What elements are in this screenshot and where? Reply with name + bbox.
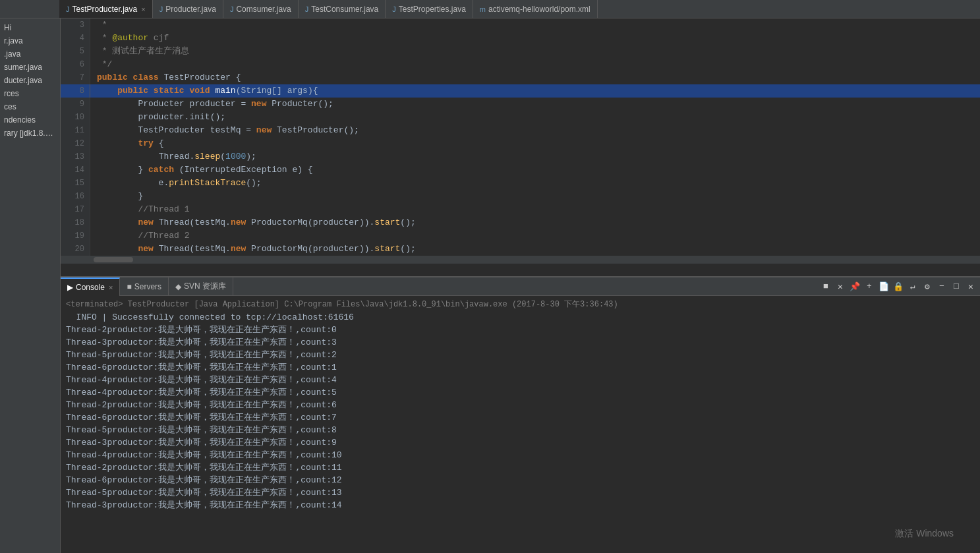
line-number: 17 xyxy=(61,203,90,216)
tab-comsumer[interactable]: J Comsumer.java xyxy=(223,0,299,18)
tab-servers[interactable]: ■ Servers xyxy=(120,277,169,296)
tab-label: TestProperties.java xyxy=(399,5,466,14)
tab-close-button[interactable]: × xyxy=(141,5,145,13)
sidebar-item-2[interactable]: .java xyxy=(0,47,60,61)
line-number: 13 xyxy=(61,150,90,163)
tab-testproducter[interactable]: J TestProducter.java × xyxy=(59,0,153,18)
sidebar-item-8[interactable]: rary [jdk1.8.0_9 xyxy=(0,127,60,140)
panel-close-button[interactable]: ✕ xyxy=(964,280,977,293)
java-icon: J xyxy=(392,5,396,13)
java-icon: J xyxy=(66,5,70,13)
new-console-button[interactable]: + xyxy=(863,280,876,293)
scroll-lock-button[interactable]: 🔒 xyxy=(892,280,905,293)
code-line-6: 6 */ xyxy=(61,58,980,71)
line-content: new Thread(testMq.new ProductorMq(produc… xyxy=(90,243,980,256)
tab-producter[interactable]: J Producter.java xyxy=(153,0,223,18)
servers-icon: ■ xyxy=(127,282,131,291)
tab-testproperties[interactable]: J TestProperties.java xyxy=(386,0,473,18)
java-icon: J xyxy=(305,5,309,13)
code-line-13: 13 Thread.sleep(1000); xyxy=(61,150,980,163)
maximize-button[interactable]: □ xyxy=(950,280,963,293)
console-line-2: Thread-5productor:我是大帅哥，我现在正在生产东西！,count… xyxy=(66,349,975,361)
open-file-button[interactable]: 📄 xyxy=(877,280,890,293)
code-line-16: 16 } xyxy=(61,190,980,203)
h-scrollbar[interactable] xyxy=(61,256,980,264)
code-line-17: 17 //Thread 1 xyxy=(61,203,980,216)
sidebar-item-1[interactable]: r.java xyxy=(0,34,60,47)
line-number: 5 xyxy=(61,45,90,58)
line-content: public static void main(String[] args){ xyxy=(90,84,980,98)
line-content: * @author cjf xyxy=(90,32,980,45)
console-line-5: Thread-4productor:我是大帅哥，我现在正在生产东西！,count… xyxy=(66,386,975,399)
line-content: //Thread 1 xyxy=(90,203,980,216)
console-line-8: Thread-5productor:我是大帅哥，我现在正在生产东西！,count… xyxy=(66,424,975,436)
sidebar-item-6[interactable]: ces xyxy=(0,100,60,113)
panel-tab-label: Servers xyxy=(134,282,161,291)
svn-icon: ◆ xyxy=(175,282,181,291)
console-line-0: Thread-2productor:我是大帅哥，我现在正在生产东西！,count… xyxy=(66,324,975,336)
tab-label: TestProducter.java xyxy=(72,5,138,14)
line-number: 20 xyxy=(61,243,90,256)
code-line-7: 7 public class TestProducter { xyxy=(61,71,980,84)
tab-pom[interactable]: m activemq-helloworld/pom.xml xyxy=(473,0,598,18)
java-icon: J xyxy=(230,5,234,13)
console-line-info: INFO | Successfully connected to tcp://l… xyxy=(66,311,975,324)
line-number: 7 xyxy=(61,71,90,84)
line-number: 16 xyxy=(61,190,90,203)
console-line-6: Thread-2productor:我是大帅哥，我现在正在生产东西！,count… xyxy=(66,399,975,411)
line-number: 6 xyxy=(61,58,90,71)
remove-button[interactable]: ✕ xyxy=(834,280,847,293)
pin-button[interactable]: 📌 xyxy=(848,280,861,293)
sidebar-item-7[interactable]: ndencies xyxy=(0,113,60,127)
tab-label: activemq-helloworld/pom.xml xyxy=(488,5,591,14)
line-number: 3 xyxy=(61,18,90,32)
code-line-8: 8 public static void main(String[] args)… xyxy=(61,84,980,98)
line-number: 9 xyxy=(61,98,90,111)
line-content: } xyxy=(90,190,980,203)
word-wrap-button[interactable]: ↵ xyxy=(906,280,919,293)
console-tab-close[interactable]: × xyxy=(109,283,113,291)
minimize-button[interactable]: − xyxy=(935,280,948,293)
line-content: //Thread 2 xyxy=(90,229,980,243)
line-number: 4 xyxy=(61,32,90,45)
code-line-11: 11 TestProducter testMq = new TestProduc… xyxy=(61,124,980,137)
code-line-20: 20 new Thread(testMq.new ProductorMq(pro… xyxy=(61,243,980,256)
tab-svn[interactable]: ◆ SVN 资源库 xyxy=(169,277,233,296)
code-line-9: 9 Producter producter = new Producter(); xyxy=(61,98,980,111)
sidebar-item-3[interactable]: sumer.java xyxy=(0,61,60,74)
tab-testconsumer[interactable]: J TestConsumer.java xyxy=(299,0,386,18)
bottom-panel: ▶ Console × ■ Servers ◆ SVN 资源库 ■ ✕ 📌 xyxy=(61,276,980,553)
sidebar-item-hi[interactable]: Hi xyxy=(0,21,60,34)
line-number: 10 xyxy=(61,111,90,124)
line-number: 15 xyxy=(61,177,90,190)
tab-label: Producter.java xyxy=(165,5,216,14)
terminated-line: <terminated> TestProducter [Java Applica… xyxy=(66,299,975,311)
settings-button[interactable]: ⚙ xyxy=(921,280,934,293)
console-line-7: Thread-6productor:我是大帅哥，我现在正在生产东西！,count… xyxy=(66,411,975,424)
tab-console[interactable]: ▶ Console × xyxy=(61,277,120,296)
code-line-10: 10 producter.init(); xyxy=(61,111,980,124)
sidebar-item-5[interactable]: rces xyxy=(0,87,60,100)
code-line-15: 15 e.printStackTrace(); xyxy=(61,177,980,190)
line-number: 12 xyxy=(61,137,90,150)
console-line-10: Thread-4productor:我是大帅哥，我现在正在生产东西！,count… xyxy=(66,449,975,461)
console-line-9: Thread-3productor:我是大帅哥，我现在正在生产东西！,count… xyxy=(66,436,975,449)
stop-button[interactable]: ■ xyxy=(819,280,832,293)
console-icon: ▶ xyxy=(67,283,73,292)
tab-label: Comsumer.java xyxy=(236,5,291,14)
sidebar-item-4[interactable]: ducter.java xyxy=(0,74,60,87)
line-content: Producter producter = new Producter(); xyxy=(90,98,980,111)
line-number: 14 xyxy=(61,163,90,177)
line-content: TestProducter testMq = new TestProducter… xyxy=(90,124,980,137)
console-line-4: Thread-4productor:我是大帅哥，我现在正在生产东西！,count… xyxy=(66,374,975,386)
code-editor[interactable]: 3 * 4 * @author cjf 5 * 测试生产者生产消息 6 */ 7 xyxy=(61,18,980,276)
console-content[interactable]: <terminated> TestProducter [Java Applica… xyxy=(61,296,980,553)
code-line-12: 12 try { xyxy=(61,137,980,150)
line-content: try { xyxy=(90,137,980,150)
line-content: public class TestProducter { xyxy=(90,71,980,84)
line-number: 18 xyxy=(61,216,90,229)
code-line-19: 19 //Thread 2 xyxy=(61,229,980,243)
code-line-4: 4 * @author cjf xyxy=(61,32,980,45)
xml-icon: m xyxy=(480,5,486,13)
line-content: new Thread(testMq.new ProductorMq(produc… xyxy=(90,216,980,229)
